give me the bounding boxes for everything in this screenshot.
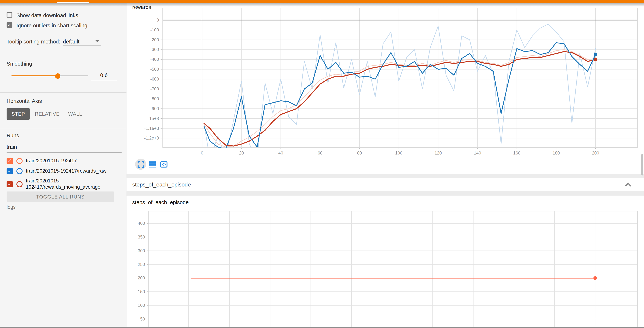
run-color-circle[interactable] [16,168,23,174]
svg-text:-1.2e+3: -1.2e+3 [144,136,159,141]
svg-text:150: 150 [138,289,145,294]
value-underline [91,80,117,80]
check-icon: ✓ [8,169,12,173]
check-icon: ✓ [7,23,11,27]
horizontal-axis-label: Horizontal Axis [6,98,42,104]
svg-text:200: 200 [592,151,599,156]
axis-wall-button[interactable]: WALL [66,108,84,120]
section-title: steps_of_each_episode [132,182,191,188]
svg-text:-600: -600 [150,77,159,81]
run-checkbox[interactable]: ✓ [6,181,13,187]
steps-card: steps_of_each_episode 400350300250200150… [126,196,644,328]
svg-text:160: 160 [513,151,520,156]
svg-text:60: 60 [318,151,322,156]
svg-text:-400: -400 [150,57,159,62]
svg-text:-300: -300 [150,47,159,52]
data-rows-icon[interactable] [149,161,156,167]
svg-text:-800: -800 [150,96,159,101]
svg-text:50: 50 [140,317,145,322]
svg-text:250: 250 [138,262,145,267]
ignore-outliers-label: Ignore outliers in chart scaling [16,22,88,29]
chevron-down-icon [95,40,99,42]
run-checkbox[interactable]: ✓ [6,158,13,164]
main-content: rewards 0204060801001201401601802000-100… [126,3,644,328]
svg-text:20: 20 [239,151,244,156]
chevron-up-icon[interactable] [624,182,632,187]
svg-text:-900: -900 [150,106,159,111]
axis-step-button[interactable]: STEP [6,108,30,120]
filter-underline [6,152,122,153]
svg-text:400: 400 [138,221,145,226]
svg-text:-200: -200 [150,37,159,42]
svg-text:-100: -100 [150,27,159,32]
section-header[interactable]: steps_of_each_episode [126,177,644,192]
svg-text:100: 100 [395,151,402,156]
rewards-card: rewards 0204060801001201401601802000-100… [126,3,644,174]
check-icon: ✓ [8,159,12,163]
logs-label: logs [6,204,16,210]
check-icon: ✓ [8,182,12,186]
svg-text:120: 120 [435,151,442,156]
divider [0,128,126,128]
smoothing-slider[interactable] [12,75,88,76]
svg-text:200: 200 [138,276,145,280]
run-checkbox[interactable]: ✓ [6,168,13,174]
scrollbar-thumb[interactable] [641,154,643,175]
svg-text:350: 350 [138,235,145,239]
tooltip-sorting-label: Tooltip sorting method: [6,38,60,45]
sidebar: Show data download links ✓ Ignore outlie… [0,3,127,328]
run-filter-value: train [6,144,122,150]
svg-text:-1.1e+3: -1.1e+3 [144,126,159,131]
svg-text:40: 40 [278,151,283,156]
show-data-download-links-label: Show data download links [16,12,78,18]
run-label: train/20201015-192417/rewards_moving_ave… [26,178,124,190]
tensorboard-window: Show data download links ✓ Ignore outlie… [0,0,644,328]
fit-domain-icon[interactable] [160,161,168,167]
steps-chart[interactable]: 40035030025020015010050 [126,196,644,328]
svg-text:300: 300 [138,248,145,253]
dropdown-underline [63,45,101,45]
run-label: train/20201015-192417/rewards_raw [26,168,124,174]
svg-text:-500: -500 [150,67,159,72]
run-color-circle[interactable] [16,158,23,164]
top-app-bar [0,0,644,3]
svg-text:80: 80 [357,151,362,156]
slider-fill [12,75,58,76]
svg-text:0: 0 [156,18,159,22]
runs-label: Runs [6,132,19,139]
run-row: ✓ train/20201015-192417/rewards_raw [6,168,124,174]
svg-text:180: 180 [552,151,560,156]
tooltip-sorting-dropdown[interactable]: default [63,38,101,45]
svg-text:0: 0 [201,151,203,156]
active-tab-underline [57,2,89,3]
run-color-circle[interactable] [16,181,23,187]
run-filter-input[interactable]: train [6,144,122,153]
smoothing-value: 0.6 [91,72,117,78]
axis-relative-button[interactable]: RELATIVE [33,108,61,120]
run-row: ✓ train/20201015-192417 [6,158,124,164]
svg-text:-1e+3: -1e+3 [148,116,159,121]
fullscreen-icon[interactable] [137,161,144,167]
svg-text:100: 100 [138,303,145,308]
show-data-download-links-checkbox[interactable] [6,12,12,17]
slider-handle[interactable] [55,73,60,79]
tooltip-sorting-value: default [63,38,80,45]
rewards-chart[interactable]: 0204060801001201401601802000-100-200-300… [126,3,644,174]
ignore-outliers-checkbox[interactable]: ✓ [6,22,12,28]
svg-text:140: 140 [474,151,481,156]
smoothing-value-field[interactable]: 0.6 [91,72,117,80]
smoothing-label: Smoothing [6,61,32,67]
window-bottom-edge [0,327,644,328]
divider [0,55,126,55]
toggle-all-runs-button[interactable]: TOGGLE ALL RUNS [6,191,114,202]
run-row: ✓ train/20201015-192417/rewards_moving_a… [6,178,124,190]
svg-text:-700: -700 [150,87,159,91]
divider [0,92,126,93]
run-label: train/20201015-192417 [26,158,124,164]
